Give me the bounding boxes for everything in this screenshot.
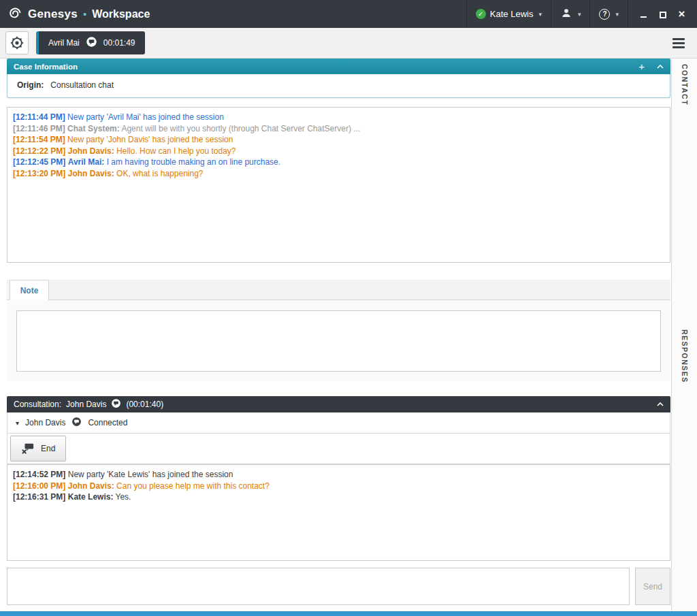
help-menu[interactable]: ? ▾ [589, 0, 628, 28]
message-time: [12:11:44 PM] [13, 112, 65, 122]
send-button[interactable]: Send [635, 568, 670, 605]
chevron-up-icon [657, 402, 664, 406]
chevron-up-icon [657, 65, 664, 69]
chevron-down-icon: ▾ [578, 11, 581, 18]
message-text: Can you please help me with this contact… [116, 481, 270, 491]
case-information-actions: + [638, 61, 664, 71]
case-timer: 00:01:49 [103, 38, 135, 48]
message-text: Agent will be with you shortly (through … [121, 124, 360, 133]
app-header: Genesys • Workspace ✓ Kate Lewis ▾ ▾ ? ▾… [0, 0, 697, 28]
consultation-section: Consultation: John Davis (00:01:40) ▾ Jo… [7, 396, 670, 605]
end-button-label: End [41, 444, 55, 453]
message-text: Hello. How can I help you today? [116, 146, 236, 156]
case-party-name: Avril Mai [48, 38, 80, 48]
message-time: [12:14:52 PM] [13, 470, 65, 479]
compose-row: Send [7, 568, 670, 605]
chat-message: [12:16:00 PM] John Davis: Can you please… [13, 481, 664, 492]
window-controls: × [628, 0, 697, 28]
chat-message: [12:13:20 PM] John Davis: OK, what is ha… [13, 168, 664, 180]
message-speaker: John Davis: [68, 481, 114, 491]
consultation-message-input[interactable] [7, 568, 630, 605]
consultation-transcript[interactable]: [12:14:52 PM] New party 'Kate Lewis' has… [7, 464, 670, 561]
tab-contact[interactable]: CONTACT [681, 64, 689, 106]
brand-separator: • [83, 8, 86, 20]
close-button[interactable]: × [677, 10, 686, 18]
message-time: [12:13:20 PM] [13, 169, 65, 178]
minimize-icon [641, 16, 647, 18]
message-time: [12:16:00 PM] [13, 481, 65, 491]
note-section: Note [7, 280, 670, 381]
chat-message: [12:11:44 PM] New party 'Avril Mai' has … [13, 112, 664, 123]
user-status-menu[interactable]: ✓ Kate Lewis ▾ [466, 0, 551, 28]
close-icon: × [679, 10, 685, 18]
party-name: John Davis [25, 418, 65, 427]
origin-value: Consultation chat [50, 80, 114, 90]
message-speaker: Avril Mai: [68, 157, 105, 167]
chat-message: [12:11:54 PM] New party 'John Davis' has… [13, 134, 664, 146]
tab-note[interactable]: Note [10, 280, 49, 300]
note-tab-bar: Note [7, 280, 670, 300]
maximize-button[interactable] [658, 10, 667, 18]
chat-transcript[interactable]: [12:11:44 PM] New party 'Avril Mai' has … [7, 107, 670, 263]
message-speaker: John Davis: [68, 169, 114, 178]
message-text: I am having trouble making an on line pu… [107, 157, 281, 167]
message-time: [12:12:45 PM] [13, 157, 65, 167]
app-title: Workspace [92, 8, 150, 20]
message-text: New party 'John Davis' has joined the se… [67, 135, 233, 144]
minimize-button[interactable] [639, 10, 648, 18]
chevron-down-icon: ▾ [538, 11, 542, 18]
message-time: [12:11:54 PM] [13, 135, 65, 144]
brand: Genesys • Workspace [0, 0, 466, 28]
end-chat-icon [21, 442, 35, 455]
consultation-header: Consultation: John Davis (00:01:40) [7, 396, 670, 412]
interaction-wheel-icon [10, 35, 25, 50]
interaction-toolbar: Avril Mai 00:01:49 [0, 28, 697, 59]
chat-message: [12:12:45 PM] Avril Mai: I am having tro… [13, 157, 664, 168]
case-origin-row: Origin: Consultation chat [7, 74, 670, 98]
interaction-type-button[interactable] [5, 31, 29, 54]
add-icon[interactable]: + [638, 61, 645, 71]
message-text: OK, what is happening? [116, 169, 203, 178]
expand-party-caret-icon[interactable]: ▾ [16, 419, 19, 427]
agent-icon [560, 7, 572, 21]
consultation-timer: (00:01:40) [126, 400, 163, 409]
status-available-icon: ✓ [476, 9, 486, 19]
note-body [7, 300, 670, 381]
chevron-down-icon: ▾ [615, 11, 619, 18]
message-text: New party 'Avril Mai' has joined the ses… [67, 112, 224, 122]
chat-icon [111, 398, 121, 410]
tab-responses[interactable]: RESPONSES [681, 329, 689, 383]
consultation-party-row: ▾ John Davis Connected [7, 412, 670, 434]
message-speaker: Chat System: [67, 124, 120, 133]
brand-name: Genesys [28, 7, 78, 21]
consultation-party-name: John Davis [66, 400, 106, 409]
message-time: [12:12:22 PM] [13, 146, 65, 156]
message-speaker: John Davis: [68, 146, 114, 156]
genesys-logo-icon [7, 6, 22, 22]
party-status: Connected [88, 418, 127, 427]
case-information-header: Case Information + [7, 59, 670, 74]
side-panel-strip: CONTACT RESPONSES [671, 59, 697, 611]
chat-message: [12:11:46 PM] Chat System: Agent will be… [13, 123, 664, 135]
consultation-toolbar: End [7, 434, 670, 464]
end-consultation-button[interactable]: End [10, 436, 66, 461]
note-textarea[interactable] [16, 310, 661, 372]
chat-message: [12:14:52 PM] New party 'Kate Lewis' has… [13, 469, 664, 481]
main-content: Case Information + Origin: Consultation … [7, 59, 670, 605]
maximize-icon [660, 12, 666, 18]
consultation-label: Consultation: [14, 400, 61, 409]
collapse-consultation-button[interactable] [657, 402, 664, 406]
message-time: [12:11:46 PM] [13, 124, 65, 133]
case-tab-avril-mai[interactable]: Avril Mai 00:01:49 [36, 31, 145, 54]
agent-menu[interactable]: ▾ [551, 0, 590, 28]
bottom-accent-bar [0, 611, 697, 616]
message-text: Yes. [116, 492, 131, 502]
chat-message: [12:16:31 PM] Kate Lewis: Yes. [13, 491, 664, 503]
collapse-case-info-button[interactable] [657, 65, 664, 69]
user-name: Kate Lewis [490, 9, 534, 19]
chat-message: [12:12:22 PM] John Davis: Hello. How can… [13, 146, 664, 157]
origin-label: Origin: [17, 80, 44, 90]
chat-icon [71, 417, 82, 429]
case-information-title: Case Information [14, 63, 78, 71]
hamburger-menu-icon[interactable] [670, 35, 687, 51]
